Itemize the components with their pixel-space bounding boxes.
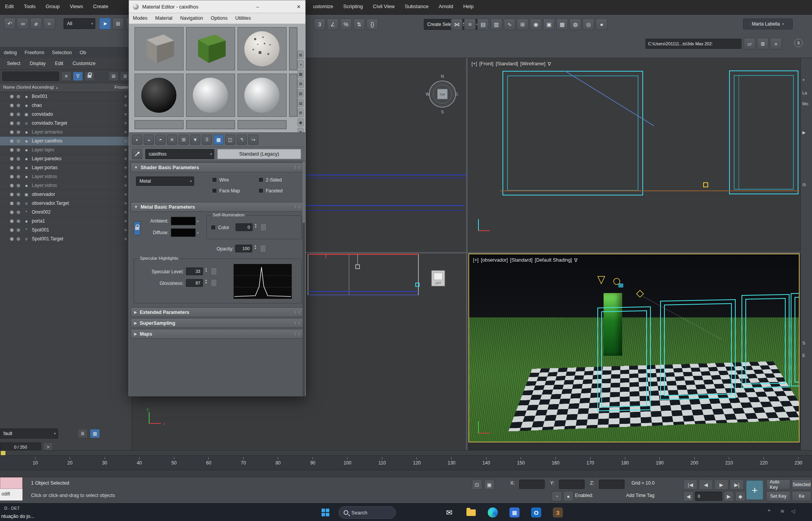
glossiness-spinner[interactable]: ▲▼ [204,279,208,284]
diffuse-color-swatch[interactable] [171,228,196,237]
right-strip-item-e[interactable]: E [802,353,805,358]
timeline-tick-150[interactable]: 150 [513,457,530,466]
curve-editor-icon[interactable]: ∿ [504,19,515,30]
scene-item-layer-armarios[interactable]: ■Layer:armarios∗ [0,128,132,137]
timeline-tick-180[interactable]: 180 [616,457,633,466]
visibility-toggle-icon[interactable] [10,211,14,214]
pin-icon[interactable]: ∗ [124,218,127,224]
menu-substance[interactable]: Substance [400,0,434,15]
rollout-metal-basic[interactable]: ▼ Metal Basic Parameters⋮⋮ [131,202,304,212]
timeline-tick-160[interactable]: 160 [547,457,564,466]
visibility-toggle-icon[interactable] [10,113,14,116]
menu-arnold[interactable]: Arnold [434,0,458,15]
make-material-copy-icon[interactable]: ⊞ [179,135,189,145]
viewcube-compass[interactable]: TOP N W S E [425,72,460,116]
me-menu-options[interactable]: Options [207,13,231,24]
timeline-tick-140[interactable]: 140 [478,457,495,466]
face-map-checkbox[interactable]: Face Map [212,188,240,194]
self-illum-value-field[interactable]: 0 [236,223,253,231]
workspace-user-button[interactable]: Marta Labella ▾ [743,19,793,29]
previous-frame-icon[interactable]: ◀ [699,480,713,490]
visibility-toggle-icon[interactable] [10,237,14,241]
make-preview-icon[interactable]: ▤ [298,99,304,107]
viewport-label-part[interactable]: [Front] [479,61,493,67]
reset-map-icon[interactable]: ✕ [167,135,177,145]
more-icon[interactable]: » [770,38,782,50]
default-preset-dropdown[interactable]: fault▾ [0,428,58,439]
project-path-field[interactable]: C:\Users\201111...ts\3ds Max 202: [645,39,741,49]
render-setup-icon[interactable]: ▣ [543,19,555,30]
key-mode-icon[interactable]: ◆ [735,491,745,501]
viewport-observador[interactable]: [+][observador][Standard][Default Shadin… [468,254,800,450]
enabled-toggle-icon[interactable]: ● [563,491,573,501]
glossiness-field[interactable]: 87 [186,279,203,287]
right-strip-item-[interactable]: + [802,77,805,82]
timeline-tick-220[interactable]: 220 [755,457,772,466]
sample-grass-cube[interactable] [186,27,235,70]
collapsed-command-panel[interactable]: +LaMo▶◎SE [800,58,812,450]
set-key-button[interactable]: Set Key [766,491,790,501]
mirror-icon[interactable]: ⋈ [451,19,463,30]
visibility-toggle-icon[interactable] [10,228,14,232]
scene-item-layer-caixilhos[interactable]: ■Layer:caixilhos∗ [0,137,132,146]
visibility-toggle-icon[interactable] [10,130,14,134]
timeline-tick-230[interactable]: 230 [790,457,807,466]
timeline-tick-210[interactable]: 210 [721,457,738,466]
start-button[interactable] [318,505,333,520]
backlight-icon[interactable]: ◑ [298,60,304,69]
outlook-button[interactable]: O [528,505,544,520]
z-coordinate-field[interactable] [599,480,624,489]
observador-view[interactable]: [+][observador][Standard][Default Shadin… [468,254,800,442]
shading-type-dropdown[interactable]: Metal▾ [136,177,194,186]
timeline-tick-110[interactable]: 110 [373,457,391,466]
pin-icon[interactable]: ∗ [124,192,127,197]
add-time-tag-text[interactable]: Add Time Tag [626,493,654,498]
x-coordinate-field[interactable] [519,480,545,489]
self-illum-color-checkbox[interactable]: Color [211,225,229,230]
named-selection-sets-icon[interactable]: {} [366,19,378,30]
faceted-checkbox[interactable]: Faceted [258,188,282,194]
frozen-column-header[interactable]: Frozen [114,85,128,89]
tray-network-icon[interactable]: ≋ [780,508,784,514]
render-production-icon[interactable]: ◍ [569,19,581,30]
ribbon-tab-ob[interactable]: Ob [76,48,90,58]
selection-lock-icon[interactable]: ▣ [484,480,494,490]
menu-views[interactable]: Views [65,0,88,15]
scene-item-layer-portas[interactable]: ■Layer:portas∗ [0,163,132,172]
timeline-tick-90[interactable]: 90 [304,457,321,466]
spinner-right-icon[interactable]: ▶ [724,491,734,501]
pin-icon[interactable]: ∗ [124,111,127,117]
specular-level-spinner[interactable]: ▲▼ [204,267,208,272]
timeline-tick-80[interactable]: 80 [270,457,287,466]
pin-icon[interactable]: ∗ [124,156,127,161]
assign-material-to-selection-icon[interactable]: ◓ [155,135,165,145]
pin-icon[interactable]: ∗ [124,183,127,188]
scene-item-spot001[interactable]: *Spot001∗ [0,226,132,235]
visibility-toggle-icon[interactable] [10,122,14,125]
tray-chevron-icon[interactable]: ^ [768,508,770,514]
visibility-toggle-icon[interactable] [10,202,14,205]
timeline-tick-20[interactable]: 20 [62,457,79,466]
angle-snap-icon[interactable]: ∠ [327,19,339,30]
rollout-maps[interactable]: ▶ Maps⋮⋮ [131,329,304,339]
visibility-toggle-icon[interactable] [10,175,14,178]
key-filters-button[interactable]: Ke [792,491,811,501]
menu-ustomize[interactable]: ustomize [308,0,338,15]
search-input[interactable] [2,72,59,81]
selection-key-dropdown[interactable]: Selected [792,480,811,490]
rendered-frame-window-icon[interactable]: ▦ [556,19,568,30]
spinner-left-icon[interactable]: ◀ [683,491,693,501]
menu-scripting[interactable]: Scripting [338,0,368,15]
scene-item-layer-vidros[interactable]: ■Layer:vidros∗ [0,172,132,181]
right-strip-item-la[interactable]: La [802,91,807,95]
layer-list-icon[interactable]: ≣ [77,429,88,438]
scene-item-observador-target[interactable]: oobservador.Target∗ [0,199,132,208]
sample-gray-sphere[interactable] [186,74,235,117]
isolate-selection-icon[interactable]: ⊡ [472,480,482,490]
select-object-icon[interactable]: ➤ [99,18,111,29]
filter-funnel-icon[interactable]: ∇ [73,72,83,81]
timeline-tick-30[interactable]: 30 [96,457,113,466]
render-iterative-icon[interactable]: ◎ [583,19,594,30]
viewport-label-part[interactable]: [Standard] [510,257,533,263]
scene-item-convidado[interactable]: ▣convidado∗ [0,110,132,119]
